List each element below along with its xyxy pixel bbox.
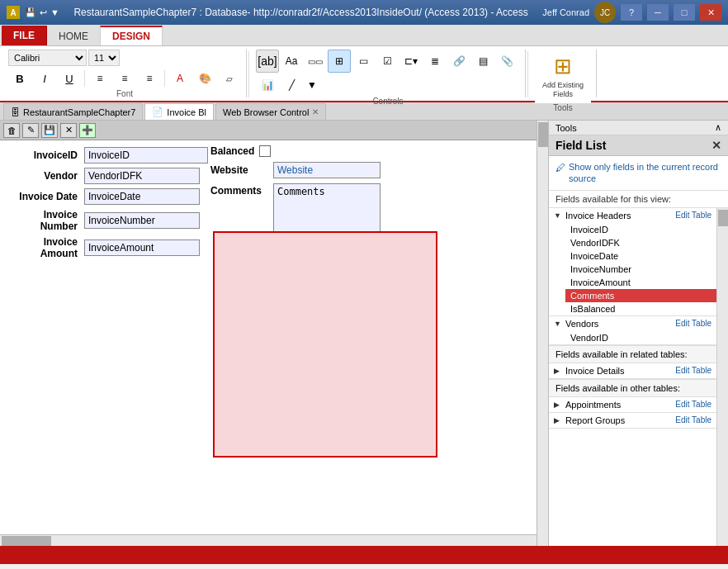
list-control[interactable]: ≣: [423, 50, 447, 73]
field-tree-scroll-thumb: [718, 210, 728, 226]
textbox-button[interactable]: ▭▭: [304, 50, 327, 73]
maximize-button[interactable]: □: [674, 4, 695, 21]
section-report-groups: ▶ Report Groups Edit Table: [549, 413, 716, 429]
appointments-toggle[interactable]: ▶ Appointments Edit Table: [549, 397, 716, 412]
input-invoiceid[interactable]: InvoiceID: [84, 147, 208, 164]
input-invoicenumber[interactable]: InvoiceNumber: [84, 212, 200, 229]
align-center-button[interactable]: ≡: [113, 68, 136, 89]
field-list-close-button[interactable]: ✕: [711, 139, 721, 152]
vendors-toggle[interactable]: ▼ Vendors Edit Table: [549, 316, 716, 331]
controls-buttons: [ab] Aa ▭▭ ⊞ ▭ ☑ ⊏▾ ≣ 🔗 ▤ 📎 📊 ╱ ▼: [256, 50, 520, 97]
invoice-details-toggle[interactable]: ▶ Invoice Details Edit Table: [549, 363, 716, 378]
field-vendoridfk[interactable]: VendorIDFK: [565, 236, 716, 249]
line-control[interactable]: ╱: [280, 73, 303, 97]
section-appointments: ▶ Appointments Edit Table: [549, 397, 716, 413]
invoice-details-edit-table-link[interactable]: Edit Table: [675, 366, 711, 375]
bold-button[interactable]: B: [8, 68, 31, 89]
close-button[interactable]: ✕: [700, 4, 721, 21]
field-list-show-only-link[interactable]: 🖊 Show only fields in the current record…: [549, 156, 728, 191]
bg-color-button[interactable]: 🎨: [193, 68, 216, 89]
field-list-title: Field List: [555, 139, 606, 152]
combo-control[interactable]: ⊏▾: [399, 50, 423, 73]
line-color-button[interactable]: ▱: [218, 68, 241, 89]
tab-file[interactable]: FILE: [2, 26, 47, 45]
section-invoice-details: ▶ Invoice Details Edit Table: [549, 363, 716, 379]
web-browser-control: [213, 231, 437, 458]
tools-collapse-icon[interactable]: ∧: [715, 122, 721, 133]
link-control[interactable]: 🔗: [447, 50, 470, 73]
invoice-headers-toggle[interactable]: ▼ Invoice Headers Edit Table: [549, 208, 716, 223]
field-tree-content: ▼ Invoice Headers Edit Table InvoiceID V…: [549, 208, 716, 429]
attachment-control[interactable]: 📎: [495, 50, 518, 73]
ribbon-group-font: Calibri 11 B I U ≡ ≡ ≡ A 🎨 ▱ Font: [3, 50, 247, 97]
tools-header: Tools ∧: [549, 121, 728, 135]
field-vendorid[interactable]: VendorID: [565, 331, 716, 344]
main-content: 🗑 ✎ 💾 ✕ ➕ InvoiceID InvoiceID Vendor Ven…: [0, 121, 728, 546]
form-save-btn[interactable]: 💾: [41, 123, 58, 138]
font-family-select[interactable]: Calibri: [8, 50, 87, 66]
report-groups-edit-table-link[interactable]: Edit Table: [675, 415, 711, 424]
active-control-button[interactable]: ⊞: [328, 50, 351, 73]
tab-invoicebl[interactable]: 📄 Invoice Bl: [144, 103, 214, 120]
tab-home[interactable]: HOME: [47, 27, 100, 45]
italic-button[interactable]: I: [33, 68, 56, 89]
title-bar-left: A 💾 ↩ ▼: [7, 6, 59, 19]
toggle-icon-appointments: ▶: [554, 401, 562, 409]
field-invoicedate[interactable]: InvoiceDate: [565, 249, 716, 263]
form-edit-btn[interactable]: ✎: [22, 123, 39, 138]
input-balanced-checkbox[interactable]: [259, 145, 271, 157]
tab-design[interactable]: DESIGN: [100, 26, 163, 45]
field-isbalanced[interactable]: IsBalanced: [565, 302, 716, 315]
title-quick-save[interactable]: 💾: [25, 7, 36, 18]
title-quick-undo[interactable]: ↩: [40, 7, 47, 18]
tab-restaurantsamplechapter7[interactable]: 🗄 RestaurantSampleChapter7: [3, 103, 143, 120]
input-website[interactable]: Website: [273, 162, 381, 178]
form-delete-btn[interactable]: 🗑: [3, 123, 20, 138]
report-groups-toggle[interactable]: ▶ Report Groups Edit Table: [549, 413, 716, 428]
field-comments[interactable]: Comments: [565, 289, 716, 302]
field-invoiceid[interactable]: InvoiceID: [565, 223, 716, 236]
help-button[interactable]: ?: [621, 4, 642, 21]
section-label-invoice-details: Invoice Details: [565, 366, 672, 376]
field-list-panel: Tools ∧ Field List ✕ 🖊 Show only fields …: [548, 121, 728, 546]
user-avatar: JC: [594, 2, 616, 23]
subform-control[interactable]: ▤: [471, 50, 494, 73]
align-right-button[interactable]: ≡: [138, 68, 161, 89]
field-row-balanced: Balanced: [210, 145, 381, 157]
tab-label-invoice: Invoice Bl: [167, 107, 206, 117]
align-left-button[interactable]: ≡: [88, 68, 111, 89]
section-label-invoice-headers: Invoice Headers: [565, 211, 672, 220]
form-add-btn[interactable]: ➕: [79, 123, 96, 138]
form-hscroll[interactable]: [0, 534, 537, 546]
label-button[interactable]: Aa: [280, 50, 303, 73]
status-bar: [0, 546, 728, 564]
show-only-link-text[interactable]: Show only fields in the current record s…: [569, 161, 721, 185]
controls-dropdown[interactable]: ▼: [304, 73, 320, 97]
add-existing-fields-button[interactable]: ⊞ Add ExistingFields: [535, 50, 591, 103]
field-tree-vscroll[interactable]: [716, 208, 728, 546]
tab-close-web[interactable]: ✕: [312, 107, 319, 116]
field-invoiceamount[interactable]: InvoiceAmount: [565, 276, 716, 289]
vendors-edit-table-link[interactable]: Edit Table: [675, 319, 711, 328]
font-color-button[interactable]: A: [168, 68, 191, 89]
field-invoicenumber[interactable]: InvoiceNumber: [565, 263, 716, 276]
button-control[interactable]: ▭: [352, 50, 375, 73]
font-size-select[interactable]: 11: [88, 50, 120, 66]
title-quick-down[interactable]: ▼: [50, 7, 59, 18]
select-button[interactable]: [ab]: [256, 50, 279, 73]
input-invoiceamount[interactable]: InvoiceAmount: [84, 239, 200, 256]
field-row-invoiceamount: Invoice Amount InvoiceAmount: [7, 236, 208, 259]
minimize-button[interactable]: ─: [647, 4, 669, 21]
appointments-edit-table-link[interactable]: Edit Table: [675, 400, 711, 409]
input-invoicedate[interactable]: InvoiceDate: [84, 188, 200, 205]
form-close-btn[interactable]: ✕: [60, 123, 77, 138]
underline-button[interactable]: U: [58, 68, 81, 89]
form-vscroll[interactable]: [537, 121, 548, 546]
input-vendor[interactable]: VendorIDFK: [84, 168, 200, 184]
tab-webbrowser[interactable]: Web Browser Control ✕: [215, 103, 326, 120]
checkbox-control[interactable]: ☑: [376, 50, 399, 73]
chart-control[interactable]: 📊: [256, 73, 279, 97]
label-invoiceid: InvoiceID: [7, 149, 81, 161]
invoice-headers-edit-table-link[interactable]: Edit Table: [675, 211, 711, 220]
ribbon-content: Calibri 11 B I U ≡ ≡ ≡ A 🎨 ▱ Font: [0, 46, 728, 102]
